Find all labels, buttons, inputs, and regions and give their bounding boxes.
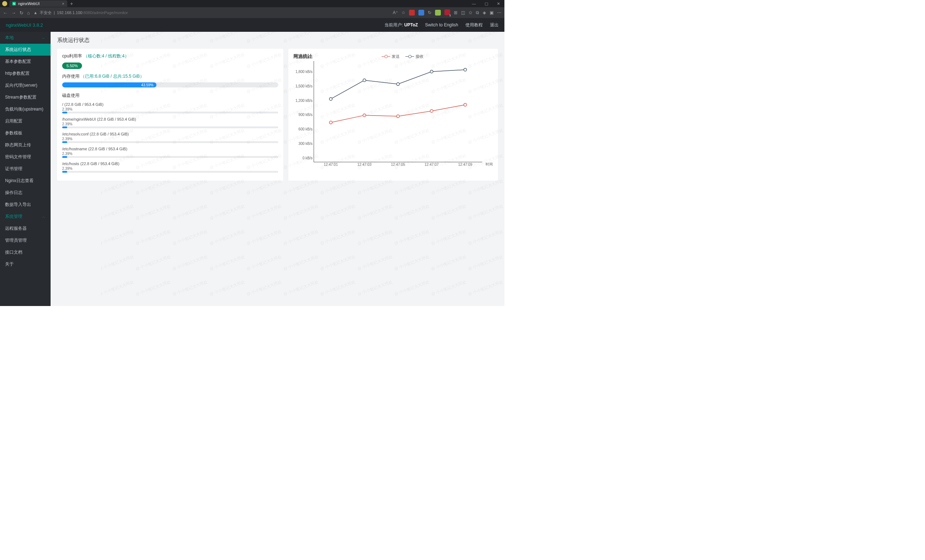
- watermark-text: @ 小小笔记大大用处: [101, 178, 141, 215]
- close-tab-icon[interactable]: ×: [62, 2, 64, 6]
- watermark-text: @ 小小笔记大大用处: [135, 203, 178, 240]
- watermark-text: @ 小小笔记大大用处: [172, 178, 215, 215]
- sidebar: 本地 ︿ 系统运行状态基本参数配置http参数配置反向代理(server)Str…: [0, 32, 51, 306]
- sidebar-item[interactable]: 静态网页上传: [0, 139, 51, 151]
- disk-pct: 2.39%: [62, 107, 278, 111]
- disk-bar-fill: [62, 156, 67, 158]
- legend-item-recv[interactable]: 接收: [405, 54, 423, 59]
- memory-bar-track: 43.59%: [62, 82, 278, 87]
- favorite-star-icon[interactable]: ☆: [401, 10, 405, 15]
- watermark-text: @ 小小笔记大大用处: [246, 203, 289, 240]
- sidebar-item[interactable]: 远程服务器: [0, 223, 51, 235]
- sidebar-item[interactable]: 启用配置: [0, 115, 51, 127]
- extension-blue-icon[interactable]: [419, 10, 424, 15]
- app-logo[interactable]: nginxWebUI 3.8.2: [6, 23, 43, 28]
- y-tick-label: 2,100 kB/s: [295, 55, 313, 59]
- sidebar-item[interactable]: Nginx日志查看: [0, 175, 51, 187]
- memory-pct: 43.59%: [141, 83, 154, 87]
- sidebar-item[interactable]: 数据导入导出: [0, 199, 51, 211]
- main-content: 系统运行状态 cpu利用率 （核心数:4 / 线程数:4） 5.50% 内存使用…: [51, 32, 505, 306]
- tab-favicon-icon: N: [12, 2, 16, 5]
- chart-x-axis: 12:47:0112:47:0312:47:0512:47:0712:47:09: [314, 163, 482, 169]
- extension-red-icon[interactable]: [409, 10, 415, 15]
- browser-menu-icon[interactable]: ⋯: [497, 10, 502, 15]
- sidebar-item[interactable]: http参数配置: [0, 68, 51, 80]
- y-tick-label: 600 kB/s: [298, 127, 313, 131]
- watermark-text: @ 小小笔记大大用处: [320, 254, 363, 291]
- x-tick-label: 12:47:07: [425, 163, 438, 167]
- memory-label: 内存使用: [62, 74, 80, 79]
- browser-tab[interactable]: N nginxWebUI ×: [9, 0, 67, 7]
- watermark-text: @ 小小笔记大大用处: [101, 279, 141, 306]
- nav-home-button[interactable]: ⌂: [27, 10, 30, 15]
- extension-green-icon[interactable]: [435, 10, 441, 15]
- memory-bar-fill: 43.59%: [62, 82, 157, 87]
- sidebar-item[interactable]: 负载均衡(upstream): [0, 103, 51, 115]
- tutorial-link[interactable]: 使用教程: [466, 22, 483, 28]
- watermark-text: @ 小小笔记大大用处: [135, 254, 178, 291]
- disk-pct: 2.39%: [62, 137, 278, 141]
- watermark-text: @ 小小笔记大大用处: [209, 229, 252, 265]
- watermark-text: @ 小小笔记大大用处: [172, 203, 215, 240]
- switch-language-link[interactable]: Switch to English: [425, 23, 458, 27]
- ai-icon[interactable]: A⁺: [393, 10, 398, 15]
- tab-actions-icon[interactable]: ▣: [490, 10, 494, 15]
- collections-icon[interactable]: ⧉: [476, 10, 479, 15]
- window-minimize-button[interactable]: —: [470, 2, 478, 6]
- disk-name: /etc/hosts (22.8 GiB / 953.4 GiB): [62, 161, 278, 166]
- logout-link[interactable]: 退出: [490, 22, 499, 28]
- sidebar-item[interactable]: 接口文档: [0, 246, 51, 258]
- sidebar-item[interactable]: 参数模板: [0, 127, 51, 139]
- extension-badge-icon[interactable]: 1: [444, 9, 450, 16]
- address-bar[interactable]: ▲ 不安全 | 192.168.1.100:8080/adminPage/mon…: [34, 10, 128, 15]
- watermark-text: @ 小小笔记大大用处: [135, 279, 178, 306]
- memory-detail: （已用:6.8 GiB / 总共:15.5 GiB）: [81, 74, 144, 79]
- wallet-icon[interactable]: ◈: [483, 10, 486, 15]
- badge-count: 1: [449, 14, 451, 17]
- legend-item-send[interactable]: 发送: [381, 54, 400, 59]
- watermark-text: @ 小小笔记大大用处: [283, 279, 326, 306]
- chart-point: [363, 114, 366, 117]
- new-tab-button[interactable]: +: [68, 1, 75, 6]
- watermark-text: @ 小小笔记大大用处: [357, 279, 400, 306]
- sidebar-group-system[interactable]: 系统管理 ︿: [0, 211, 51, 223]
- disk-name: /etc/resolv.conf (22.8 GiB / 953.4 GiB): [62, 132, 278, 136]
- watermark-text: @ 小小笔记大大用处: [283, 254, 326, 291]
- browser-tab-bar: N nginxWebUI × +: [2, 0, 75, 7]
- address-separator: |: [54, 11, 55, 15]
- sidebar-group-local[interactable]: 本地 ︿: [0, 32, 51, 44]
- watermark-text: @ 小小笔记大大用处: [393, 178, 437, 215]
- profile-avatar-icon[interactable]: [2, 1, 7, 6]
- window-maximize-button[interactable]: ▢: [482, 2, 490, 6]
- window-close-button[interactable]: ✕: [495, 2, 502, 6]
- favorites-icon[interactable]: ✩: [469, 10, 472, 15]
- watermark-text: @ 小小笔记大大用处: [135, 304, 178, 306]
- sidebar-item[interactable]: 基本参数配置: [0, 56, 51, 68]
- watermark-text: @ 小小笔记大大用处: [283, 304, 326, 306]
- nav-forward-button[interactable]: →: [11, 10, 16, 15]
- sidebar-item[interactable]: 系统运行状态: [0, 44, 51, 56]
- address-port: :8080: [82, 11, 92, 15]
- sidebar-item[interactable]: Stream参数配置: [0, 92, 51, 103]
- sidebar-group-label: 系统管理: [5, 214, 23, 220]
- sidebar-item[interactable]: 反向代理(server): [0, 80, 51, 92]
- sidebar-item[interactable]: 操作日志: [0, 187, 51, 199]
- extensions-grid-icon[interactable]: ⊞: [454, 10, 458, 15]
- watermark-text: @ 小小笔记大大用处: [101, 304, 141, 306]
- sidebar-item[interactable]: 证书管理: [0, 163, 51, 175]
- y-tick-label: 1,800 kB/s: [295, 69, 313, 73]
- sidebar-item[interactable]: 管理员管理: [0, 235, 51, 246]
- nav-reload-button[interactable]: ↻: [20, 10, 24, 15]
- disk-bar-fill: [62, 141, 67, 143]
- disk-pct: 2.39%: [62, 152, 278, 156]
- sidepanel-icon[interactable]: ◫: [461, 10, 465, 15]
- legend-mark-recv-icon: [405, 56, 414, 57]
- chevron-up-icon: ︿: [42, 35, 45, 41]
- nav-back-button[interactable]: ←: [3, 10, 8, 15]
- disk-pct: 2.39%: [62, 122, 278, 126]
- sidebar-item[interactable]: 关于: [0, 258, 51, 270]
- watermark-text: @ 小小笔记大大用处: [430, 203, 474, 240]
- sidebar-group-label: 本地: [5, 35, 14, 41]
- extension-reload-icon[interactable]: ↻: [428, 10, 431, 15]
- sidebar-item[interactable]: 密码文件管理: [0, 151, 51, 163]
